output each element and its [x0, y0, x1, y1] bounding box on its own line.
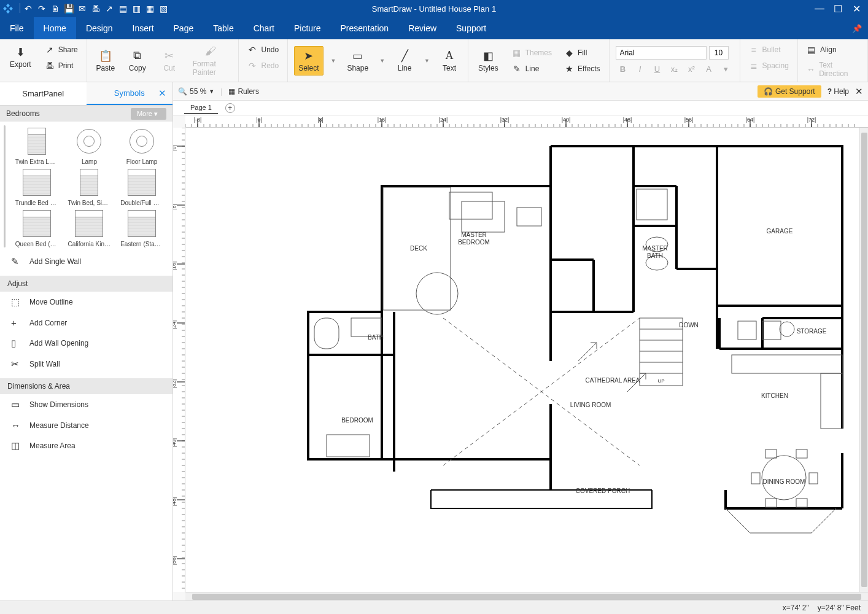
- menu-insert[interactable]: Insert: [123, 17, 164, 39]
- redo-icon[interactable]: ↷: [36, 3, 47, 14]
- page-icon[interactable]: ▤: [117, 3, 128, 14]
- font-color-button[interactable]: A: [702, 63, 716, 76]
- minimize-button[interactable]: —: [813, 3, 826, 15]
- page3-icon[interactable]: ▦: [144, 3, 155, 14]
- menu-review[interactable]: Review: [398, 17, 446, 39]
- themes-button[interactable]: ▦Themes: [510, 46, 554, 60]
- align-button[interactable]: ▤Align: [804, 43, 861, 56]
- select-tool-button[interactable]: ➤Select: [294, 46, 323, 76]
- font-family-input[interactable]: [616, 46, 707, 60]
- page4-icon[interactable]: ▧: [158, 3, 169, 14]
- share-button[interactable]: ↗Share: [42, 43, 80, 56]
- text-tool-button[interactable]: AText: [437, 47, 462, 75]
- adjust-item[interactable]: ⬚Move Outline: [0, 292, 172, 313]
- svg-text:|40|: |40|: [173, 438, 177, 448]
- help-button[interactable]: ? Help: [827, 87, 849, 96]
- svg-point-246: [762, 456, 806, 500]
- new-doc-icon[interactable]: 🗎: [50, 3, 61, 14]
- subscript-button[interactable]: x₂: [667, 63, 682, 76]
- symbol-item[interactable]: Queen Bed (60...: [11, 208, 63, 247]
- copy-button[interactable]: ⧉Copy: [125, 47, 150, 75]
- mail-icon[interactable]: ✉: [77, 3, 88, 14]
- symbol-item[interactable]: Twin Extra Lon...: [11, 125, 63, 165]
- select-dropdown[interactable]: ▼: [331, 58, 336, 64]
- tab-smartpanel[interactable]: SmartPanel: [0, 82, 87, 105]
- symbol-label: Double/Full Be...: [120, 200, 163, 206]
- page2-icon[interactable]: ▥: [131, 3, 142, 14]
- undo-button[interactable]: ↶Undo: [245, 43, 281, 56]
- format-painter-button[interactable]: 🖌Format Painter: [189, 42, 233, 79]
- get-support-button[interactable]: 🎧 Get Support: [758, 85, 821, 98]
- maximize-button[interactable]: ☐: [831, 3, 845, 15]
- menu-table[interactable]: Table: [203, 17, 243, 39]
- add-single-wall-button[interactable]: ✎ Add Single Wall: [0, 251, 172, 272]
- shape-tool-button[interactable]: ▭Shape: [343, 47, 372, 75]
- pin-ribbon-icon[interactable]: 📌: [852, 17, 862, 39]
- close-button[interactable]: ✕: [850, 3, 863, 15]
- highlight-button[interactable]: ▾: [719, 63, 734, 76]
- menu-design[interactable]: Design: [76, 17, 123, 39]
- line-tool-button[interactable]: ╱Line: [392, 47, 417, 75]
- export-icon[interactable]: ↗: [104, 3, 115, 14]
- dimensions-item[interactable]: ◫Measure Area: [0, 435, 172, 456]
- adjust-list: ⬚Move Outline+Add Corner▯Add Wall Openin…: [0, 292, 172, 375]
- superscript-button[interactable]: x²: [684, 63, 699, 76]
- font-size-input[interactable]: [709, 46, 729, 60]
- symbol-item[interactable]: California King...: [64, 208, 115, 247]
- rulers-toggle[interactable]: ▦ Rulers: [228, 87, 259, 96]
- copy-icon: ⧉: [133, 49, 141, 63]
- line-style-button[interactable]: ✎Line: [510, 62, 554, 76]
- symbol-item[interactable]: Trundle Bed (D...: [11, 166, 63, 206]
- symbol-item[interactable]: Eastern (Stand...: [116, 208, 168, 247]
- save-icon[interactable]: 💾: [63, 3, 74, 14]
- shape-dropdown[interactable]: ▼: [379, 58, 385, 64]
- tab-symbols[interactable]: Symbols ✕: [87, 82, 173, 105]
- underline-button[interactable]: U: [650, 63, 665, 76]
- effects-button[interactable]: ★Effects: [562, 62, 602, 76]
- svg-point-245: [780, 322, 794, 336]
- menu-file[interactable]: File: [0, 17, 34, 39]
- menu-page[interactable]: Page: [164, 17, 204, 39]
- undo-icon[interactable]: ↶: [23, 3, 34, 14]
- zoom-control[interactable]: 🔍 55 % ▼: [178, 87, 214, 96]
- menu-home[interactable]: Home: [34, 17, 76, 39]
- action-icon: +: [11, 317, 22, 328]
- menu-support[interactable]: Support: [446, 17, 496, 39]
- styles-button[interactable]: ◧Styles: [475, 47, 502, 75]
- menu-picture[interactable]: Picture: [284, 17, 331, 39]
- symbol-item[interactable]: Twin Bed, Singl...: [64, 166, 115, 206]
- print-icon[interactable]: 🖶: [90, 3, 101, 14]
- vertical-scrollbar[interactable]: [859, 128, 868, 592]
- italic-button[interactable]: I: [633, 63, 648, 76]
- paste-button[interactable]: 📋Paste: [93, 47, 118, 75]
- print-button[interactable]: 🖶Print: [42, 59, 80, 72]
- menu-chart[interactable]: Chart: [244, 17, 284, 39]
- floorplan-canvas[interactable]: DECK MASTERBEDROOM MASTERBATH GARAGE BAT…: [185, 128, 868, 592]
- bullet-button[interactable]: ≡Bullet: [746, 43, 791, 56]
- bold-button[interactable]: B: [616, 63, 630, 76]
- dimensions-item[interactable]: ▭Show Dimensions: [0, 394, 172, 415]
- adjust-item[interactable]: ▯Add Wall Opening: [0, 333, 172, 354]
- symbol-item[interactable]: Floor Lamp: [116, 125, 168, 165]
- menu-presentation[interactable]: Presentation: [331, 17, 399, 39]
- adjust-item[interactable]: +Add Corner: [0, 313, 172, 333]
- close-panel-icon[interactable]: ✕: [158, 88, 166, 99]
- text-direction-button[interactable]: ↔Text Direction: [804, 59, 861, 80]
- page-tab-1[interactable]: Page 1: [184, 102, 218, 114]
- horizontal-scrollbar[interactable]: [185, 592, 868, 600]
- redo-button[interactable]: ↷Redo: [245, 59, 281, 72]
- spacing-button[interactable]: ≣Spacing: [746, 59, 791, 72]
- action-icon: ✂: [11, 359, 22, 370]
- adjust-item[interactable]: ✂Split Wall: [0, 354, 172, 375]
- canvas-area: 🔍 55 % ▼ | ▦ Rulers 🎧 Get Support ? Help…: [173, 82, 868, 600]
- dimensions-item[interactable]: ↔Measure Distance: [0, 415, 172, 435]
- close-canvas-icon[interactable]: ✕: [855, 86, 863, 97]
- cut-button[interactable]: ✂Cut: [157, 47, 182, 75]
- more-button[interactable]: More ▾: [131, 108, 166, 120]
- symbol-item[interactable]: Double/Full Be...: [116, 166, 168, 206]
- line-dropdown[interactable]: ▼: [424, 58, 430, 64]
- add-page-button[interactable]: +: [225, 103, 235, 113]
- symbol-item[interactable]: Lamp: [64, 125, 115, 165]
- export-button[interactable]: ⬇ Export: [6, 43, 35, 72]
- fill-button[interactable]: ◆Fill: [562, 46, 602, 60]
